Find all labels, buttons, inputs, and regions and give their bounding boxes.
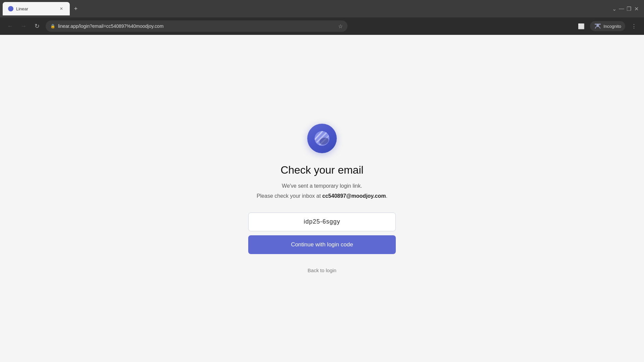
tab-bar: Linear ✕ + ⌄ — ❐ ✕ (0, 0, 644, 17)
login-code-input[interactable] (248, 213, 396, 231)
page-heading: Check your email (280, 164, 363, 176)
address-bar[interactable]: 🔒 linear.app/login?email=cc540897%40mood… (46, 20, 347, 32)
url-text: linear.app/login?email=cc540897%40moodjo… (58, 23, 335, 29)
incognito-button[interactable]: Incognito (590, 21, 625, 31)
sidebar-button[interactable]: ⬜ (577, 21, 586, 31)
browser-chrome: Linear ✕ + ⌄ — ❐ ✕ ← → ↻ 🔒 linear.app/lo… (0, 0, 644, 35)
window-controls: ⌄ — ❐ ✕ (612, 6, 641, 11)
tab-title: Linear (16, 6, 56, 11)
continue-button[interactable]: Continue with login code (248, 235, 396, 254)
bookmark-icon[interactable]: ☆ (338, 23, 343, 29)
more-options-button[interactable]: ⋮ (629, 21, 639, 31)
subtext-line2-suffix: . (386, 193, 387, 199)
subtext-line2: Please check your inbox at cc540897@mood… (257, 192, 387, 200)
close-window-button[interactable]: ✕ (634, 6, 639, 11)
tab-search-button[interactable]: ⌄ (612, 6, 616, 11)
login-card: Check your email We've sent a temporary … (241, 117, 402, 280)
linear-logo-icon (313, 130, 331, 147)
login-form: Continue with login code (248, 213, 396, 254)
minimize-button[interactable]: — (619, 6, 624, 11)
svg-rect-1 (595, 24, 601, 25)
page-content: Check your email We've sent a temporary … (0, 35, 644, 362)
tab-close-button[interactable]: ✕ (58, 6, 64, 12)
reload-button[interactable]: ↻ (32, 21, 42, 31)
incognito-label: Incognito (603, 24, 621, 29)
email-address: cc540897@moodjoy.com (322, 193, 386, 199)
toolbar-right: ⬜ Incognito ⋮ (577, 21, 639, 31)
forward-button[interactable]: → (19, 21, 28, 31)
incognito-icon (594, 22, 601, 30)
back-to-login-link[interactable]: Back to login (308, 267, 336, 273)
active-tab[interactable]: Linear ✕ (3, 2, 70, 15)
logo-circle (307, 124, 337, 153)
tab-favicon (8, 6, 13, 11)
new-tab-button[interactable]: + (71, 4, 80, 13)
restore-button[interactable]: ❐ (627, 6, 631, 11)
address-bar-row: ← → ↻ 🔒 linear.app/login?email=cc540897%… (0, 17, 644, 35)
lock-icon: 🔒 (50, 24, 55, 28)
subtext-line1: We've sent a temporary login link. (282, 182, 362, 190)
subtext-line2-prefix: Please check your inbox at (257, 193, 322, 199)
back-button[interactable]: ← (5, 21, 15, 31)
